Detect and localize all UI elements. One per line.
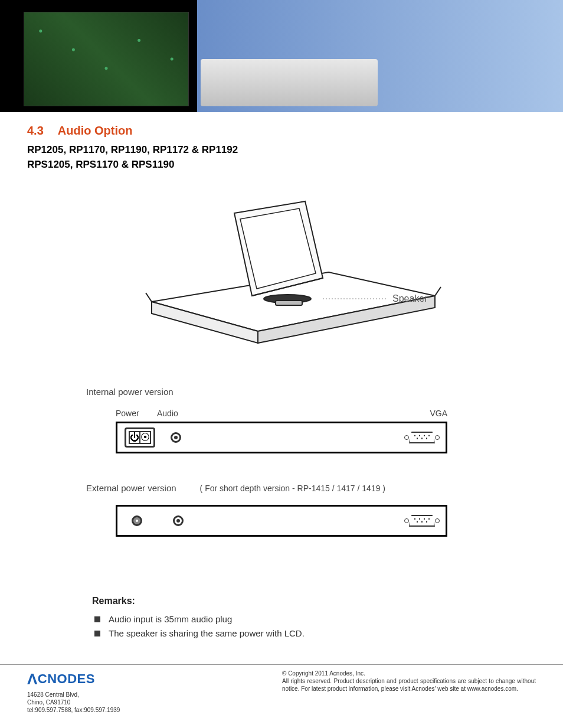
section-heading: 4.3Audio Option — [27, 124, 536, 138]
audio-jack-icon — [173, 515, 184, 526]
footer-address-1: 14628 Central Blvd, — [27, 691, 120, 698]
svg-rect-7 — [276, 301, 302, 305]
vga-port-icon — [405, 430, 438, 445]
footer-right: © Copyright 2011 Acnodes, Inc. All right… — [282, 670, 536, 714]
remarks-heading: Remarks: — [92, 596, 471, 606]
remarks-block: Remarks: Audio input is 35mm audio plug … — [92, 596, 471, 641]
external-power-note: ( For short depth version - RP-1415 / 14… — [200, 484, 385, 493]
device-graphic — [201, 59, 378, 106]
header-banner-image — [0, 0, 563, 112]
internal-power-title: Internal power version — [86, 387, 477, 397]
external-power-section: External power version ( For short depth… — [86, 483, 477, 537]
speaker-callout-label: Speaker — [392, 293, 428, 303]
models-line-1: RP1205, RP1170, RP1190, RP1172 & RP1192 — [27, 143, 536, 157]
footer-phone: tel:909.597.7588, fax:909.597.1939 — [27, 706, 120, 714]
footer-copyright: © Copyright 2011 Acnodes, Inc. — [282, 670, 536, 677]
audio-label: Audio — [157, 409, 412, 418]
external-power-title: External power version — [86, 483, 176, 493]
external-panel-diagram — [116, 505, 447, 537]
section-number: 4.3 — [27, 124, 44, 137]
internal-panel-diagram: ⏻ ⦿ — [116, 422, 447, 453]
vga-label: VGA — [412, 409, 447, 418]
acnodes-logo: ΛCNODES — [27, 670, 120, 690]
footer-left: ΛCNODES 14628 Central Blvd, Chino, CA917… — [27, 670, 120, 714]
audio-jack-icon — [171, 432, 181, 443]
svg-line-8 — [146, 293, 152, 302]
dc-power-jack-icon — [132, 515, 142, 526]
page-footer: ΛCNODES 14628 Central Blvd, Chino, CA917… — [0, 664, 563, 714]
section-title: Audio Option — [58, 124, 133, 137]
svg-line-9 — [435, 287, 441, 296]
internal-panel-labels: Power Audio VGA — [116, 409, 447, 418]
iec-power-inlet-icon: ⏻ ⦿ — [125, 427, 155, 448]
internal-power-section: Internal power version Power Audio VGA ⏻… — [86, 387, 477, 453]
footer-legal: All rights reserved. Product description… — [282, 677, 536, 693]
list-item: Audio input is 35mm audio plug — [92, 612, 471, 626]
models-line-2: RPS1205, RPS1170 & RPS1190 — [27, 158, 536, 172]
power-label: Power — [116, 409, 157, 418]
circuit-board-graphic — [24, 12, 189, 106]
rack-drawer-illustration: Speaker — [116, 195, 447, 349]
main-figure: Speaker (function(){ var d = JSON.parse(… — [27, 195, 536, 351]
remarks-list: Audio input is 35mm audio plug The speak… — [92, 612, 471, 641]
list-item: The speaker is sharing the same power wi… — [92, 626, 471, 641]
footer-address-2: Chino, CA91710 — [27, 698, 120, 706]
vga-port-icon — [405, 514, 438, 528]
page-content: 4.3Audio Option RP1205, RP1170, RP1190, … — [0, 112, 563, 652]
